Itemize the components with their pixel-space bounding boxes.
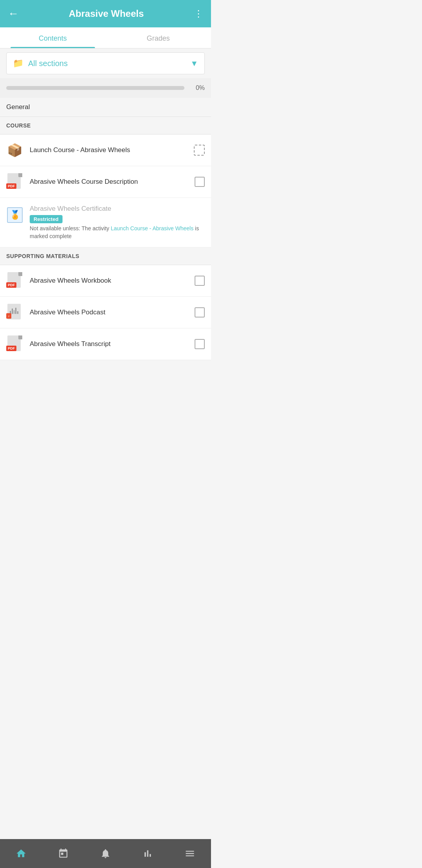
item-title: Launch Course - Abrasive Wheels	[30, 146, 130, 154]
item-content: Abrasive Wheels Podcast	[30, 308, 190, 316]
item-title: Abrasive Wheels Transcript	[30, 340, 111, 348]
scorm-icon: 📦	[6, 142, 23, 159]
app-header: ← Abrasive Wheels ⋮	[0, 0, 211, 27]
section-supporting: SUPPORTING MATERIALS	[0, 247, 211, 265]
folder-icon: 📁	[13, 58, 23, 68]
section-general: General	[0, 98, 211, 117]
tab-bar: Contents Grades	[0, 27, 211, 48]
back-button[interactable]: ←	[8, 7, 19, 20]
list-item[interactable]: ♪ Abrasive Wheels Podcast	[0, 297, 211, 328]
item-content: Abrasive Wheels Workbook	[30, 277, 190, 285]
item-content: Launch Course - Abrasive Wheels	[30, 146, 189, 154]
list-item[interactable]: 📦 Launch Course - Abrasive Wheels	[0, 135, 211, 166]
tab-grades[interactable]: Grades	[106, 27, 211, 48]
sections-label: All sections	[28, 59, 190, 68]
list-item[interactable]: PDF Abrasive Wheels Workbook	[0, 265, 211, 297]
sections-dropdown[interactable]: 📁 All sections ▼	[6, 52, 205, 74]
progress-bar	[6, 86, 184, 90]
item-title: Abrasive Wheels Workbook	[30, 277, 111, 284]
checkbox-area	[195, 276, 205, 286]
checkbox-dashed[interactable]	[194, 145, 205, 156]
restricted-info: Restricted Not available unless: The act…	[30, 215, 205, 240]
checkbox-normal[interactable]	[195, 339, 205, 349]
checkbox-area	[194, 145, 205, 156]
progress-area: 0%	[0, 78, 211, 98]
list-item[interactable]: PDF Abrasive Wheels Transcript	[0, 328, 211, 360]
more-options-button[interactable]: ⋮	[194, 8, 203, 19]
checkbox-normal[interactable]	[195, 307, 205, 317]
pdf-icon: PDF	[6, 335, 23, 353]
cert-icon: 🏅	[6, 206, 23, 224]
checkbox-normal[interactable]	[195, 276, 205, 286]
item-title: Abrasive Wheels Course Description	[30, 178, 138, 185]
tab-contents[interactable]: Contents	[0, 27, 106, 48]
restricted-text: Not available unless: The activity Launc…	[30, 225, 205, 240]
restricted-badge: Restricted	[30, 215, 63, 223]
page-title: Abrasive Wheels	[69, 8, 144, 19]
item-title: Abrasive Wheels Certificate	[30, 205, 111, 212]
checkbox-area	[195, 177, 205, 187]
audio-icon: ♪	[6, 304, 23, 321]
chevron-down-icon: ▼	[190, 59, 198, 68]
item-content: Abrasive Wheels Transcript	[30, 340, 190, 348]
checkbox-area	[195, 339, 205, 349]
restricted-link[interactable]: Launch Course - Abrasive Wheels	[111, 225, 194, 231]
item-content: Abrasive Wheels Certificate Restricted N…	[30, 205, 205, 240]
section-course: COURSE	[0, 117, 211, 135]
pdf-icon: PDF	[6, 272, 23, 289]
pdf-icon: PDF	[6, 173, 23, 190]
list-item[interactable]: PDF Abrasive Wheels Course Description	[0, 166, 211, 198]
item-title: Abrasive Wheels Podcast	[30, 308, 106, 316]
progress-label: 0%	[189, 84, 205, 91]
checkbox-area	[195, 307, 205, 317]
checkbox-normal[interactable]	[195, 177, 205, 187]
item-content: Abrasive Wheels Course Description	[30, 178, 190, 186]
list-item[interactable]: 🏅 Abrasive Wheels Certificate Restricted…	[0, 198, 211, 247]
